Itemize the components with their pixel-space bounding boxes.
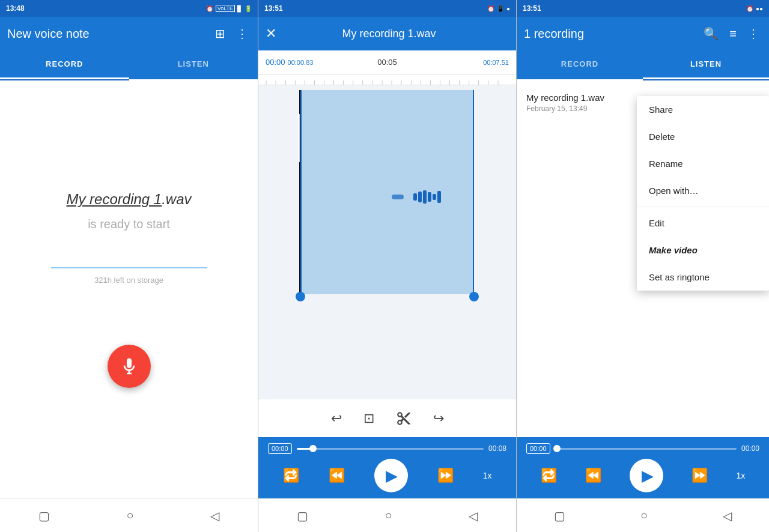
play-button-3[interactable]: ▶ xyxy=(630,459,663,492)
redo-icon[interactable]: ↪ xyxy=(433,411,444,426)
whatsapp-icon: 📱 xyxy=(497,5,504,12)
tab-listen-3[interactable]: LISTEN xyxy=(643,50,769,79)
menu-item-open-with[interactable]: Open with… xyxy=(637,177,769,204)
status-time-3: 13:51 xyxy=(523,4,541,13)
selection-marker xyxy=(298,114,300,162)
record-content: My recording 1.wav is ready to start 321… xyxy=(0,80,258,498)
volte-icon: VoLTE xyxy=(216,5,235,12)
back-icon-3[interactable]: ◁ xyxy=(723,509,732,523)
handle-right[interactable] xyxy=(469,292,479,301)
panel-new-voice-note: 13:48 ⏰ VoLTE ▊ 🔋 New voice note ⊞ ⋮ REC… xyxy=(0,0,258,532)
trim-icon[interactable]: ⊡ xyxy=(363,411,374,426)
battery-icon: 🔋 xyxy=(245,5,252,12)
time-ruler: 00:00 00:00.83 00:05 00:07.51 xyxy=(258,50,516,74)
waveform-blobs-2 xyxy=(413,190,441,204)
storage-bar xyxy=(51,267,207,268)
player-progress-dot-3 xyxy=(553,445,561,452)
tab-record-1[interactable]: RECORD xyxy=(0,50,129,79)
status-icons-3: ⏰ ●● xyxy=(746,5,763,12)
home-icon[interactable]: ○ xyxy=(126,509,133,522)
tabs-3: RECORD LISTEN xyxy=(517,50,769,79)
back-icon[interactable]: ◁ xyxy=(210,509,219,523)
alarm-icon: ⏰ xyxy=(206,5,213,12)
back-icon-2[interactable]: ◁ xyxy=(469,509,478,523)
player-time-row-2: 00:00 00:08 xyxy=(268,443,506,454)
recent-apps-icon-2[interactable]: ▢ xyxy=(297,509,308,523)
search-icon[interactable]: 🔍 xyxy=(701,24,721,43)
player-progress-bar-2[interactable] xyxy=(297,448,484,450)
waveform-selection xyxy=(300,90,474,294)
play-icon-3: ▶ xyxy=(642,467,654,485)
bottom-nav-3: ▢ ○ ◁ xyxy=(517,498,769,532)
waveform-blobs xyxy=(392,195,404,199)
player-2: 00:00 00:08 🔁 ⏪ ▶ ⏩ 1x xyxy=(258,437,516,498)
time-selection-start: 00:00.83 xyxy=(288,59,314,66)
player-progress-bar-3[interactable] xyxy=(555,448,737,450)
tab-listen-1[interactable]: LISTEN xyxy=(129,50,258,79)
microphone-icon xyxy=(120,357,139,376)
rewind-icon-3[interactable]: ⏪ xyxy=(585,468,601,483)
status-bar-3: 13:51 ⏰ ●● xyxy=(517,0,769,17)
home-icon-2[interactable]: ○ xyxy=(384,509,392,522)
more-options-icon[interactable]: ⋮ xyxy=(234,24,251,43)
player-time-row-3: 00:00 00:00 xyxy=(526,443,759,454)
menu-item-edit[interactable]: Edit xyxy=(637,210,769,237)
home-icon-3[interactable]: ○ xyxy=(640,509,648,522)
recording-title: My recording 1.wav xyxy=(286,28,492,40)
repeat-icon-3[interactable]: 🔁 xyxy=(541,468,557,483)
player-end-time-2: 00:08 xyxy=(488,444,506,453)
recording-ext-text: .wav xyxy=(162,191,191,207)
time-selection-end: 00:07.51 xyxy=(483,59,509,66)
menu-item-share[interactable]: Share xyxy=(637,96,769,123)
dot-icon: ● xyxy=(506,5,510,12)
status-icons-2: ⏰ 📱 ● xyxy=(487,5,510,12)
bottom-nav-2: ▢ ○ ◁ xyxy=(258,498,516,532)
menu-divider xyxy=(637,207,769,207)
menu-item-rename[interactable]: Rename xyxy=(637,150,769,177)
alarm-icon-2: ⏰ xyxy=(487,5,494,12)
panel-recordings-list: 13:51 ⏰ ●● 1 recording 🔍 ≡ ⋮ RECORD LIST… xyxy=(517,0,769,532)
player-progress-dot-2 xyxy=(309,445,317,452)
handle-left[interactable] xyxy=(296,292,305,301)
recent-apps-icon-3[interactable]: ▢ xyxy=(554,509,565,523)
speed-2[interactable]: 1x xyxy=(483,471,492,480)
speed-3[interactable]: 1x xyxy=(737,471,746,480)
status-time-2: 13:51 xyxy=(264,4,283,13)
rewind-icon-2[interactable]: ⏪ xyxy=(329,468,345,483)
dot-icon-3: ●● xyxy=(756,5,763,12)
cut-icon[interactable] xyxy=(396,411,412,426)
signal-icon: ▊ xyxy=(237,5,242,12)
play-button-2[interactable]: ▶ xyxy=(374,459,408,492)
menu-item-make-video[interactable]: Make video xyxy=(637,237,769,264)
player-current-time-3: 00:00 xyxy=(526,443,550,454)
waveform-container[interactable] xyxy=(268,90,506,312)
fast-forward-icon-2[interactable]: ⏩ xyxy=(437,468,454,483)
recording-name-text: My recording 1 xyxy=(66,191,162,207)
ruler-ticks: | | | | | | | | | | | | | | | | | | | | xyxy=(258,74,516,85)
sort-icon[interactable]: ≡ xyxy=(727,25,739,43)
repeat-icon-2[interactable]: 🔁 xyxy=(283,468,299,483)
menu-item-delete[interactable]: Delete xyxy=(637,123,769,150)
tabs-1: RECORD LISTEN xyxy=(0,50,258,79)
time-start: 00:00 xyxy=(266,58,285,67)
equalizer-icon[interactable]: ⊞ xyxy=(213,24,228,43)
app-bar-3: 1 recording 🔍 ≡ ⋮ xyxy=(517,17,769,50)
app-bar-1: New voice note ⊞ ⋮ xyxy=(0,17,258,50)
app-title-3: 1 recording xyxy=(524,27,695,41)
tab-record-3[interactable]: RECORD xyxy=(517,50,643,79)
app-bar-2: ✕ My recording 1.wav xyxy=(258,17,516,50)
panel-recording-editor: 13:51 ⏰ 📱 ● ✕ My recording 1.wav 00:00 0… xyxy=(258,0,517,532)
context-menu: Share Delete Rename Open with… Edit Make… xyxy=(637,96,769,291)
more-options-icon-3[interactable]: ⋮ xyxy=(745,24,762,43)
undo-icon[interactable]: ↩ xyxy=(331,411,342,426)
status-bar-2: 13:51 ⏰ 📱 ● xyxy=(258,0,516,17)
bottom-nav-1: ▢ ○ ◁ xyxy=(0,498,258,532)
alarm-icon-3: ⏰ xyxy=(746,5,753,12)
status-time-1: 13:48 xyxy=(6,4,25,13)
recent-apps-icon[interactable]: ▢ xyxy=(38,509,50,523)
record-button[interactable] xyxy=(108,345,151,388)
fast-forward-icon-3[interactable]: ⏩ xyxy=(691,468,708,483)
status-icons-1: ⏰ VoLTE ▊ 🔋 xyxy=(206,5,252,12)
menu-item-set-ringtone[interactable]: Set as ringtone xyxy=(637,264,769,291)
close-icon[interactable]: ✕ xyxy=(266,26,276,41)
